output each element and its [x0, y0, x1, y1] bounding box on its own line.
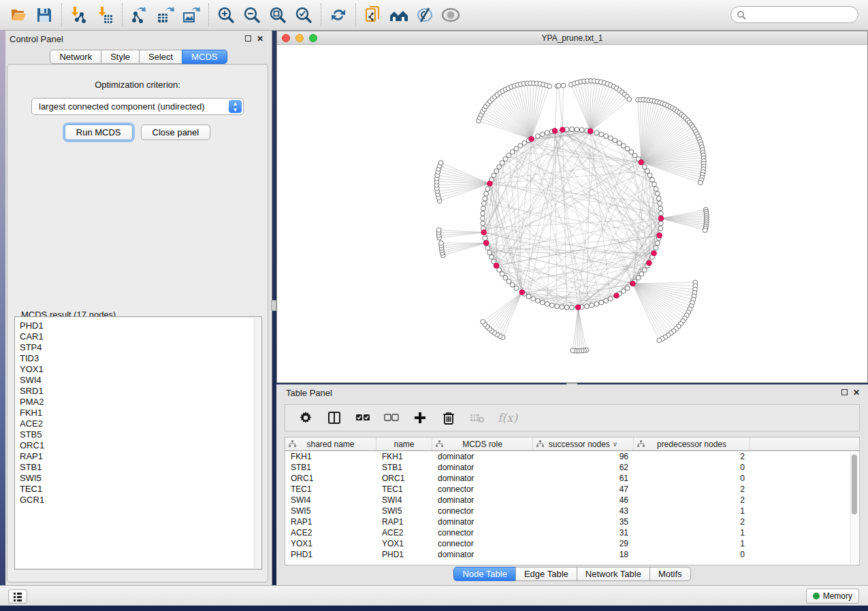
hide-graphics-icon[interactable] — [412, 2, 438, 28]
table-row[interactable]: PHD1PHD1dominator180 — [285, 549, 859, 560]
zoom-out-icon[interactable] — [239, 2, 265, 28]
search-box[interactable] — [730, 6, 858, 23]
import-network-icon[interactable] — [66, 2, 92, 28]
network-hub-node[interactable] — [481, 230, 487, 235]
network-node[interactable] — [613, 138, 617, 143]
select-all-icon[interactable] — [355, 410, 371, 426]
table-row[interactable]: RAP1RAP1dominator352 — [285, 516, 859, 527]
table-scrollbar-thumb[interactable] — [852, 455, 857, 514]
export-table-icon[interactable] — [152, 2, 178, 28]
mcds-result-item[interactable]: TID3 — [20, 353, 253, 364]
network-node[interactable] — [497, 267, 502, 272]
open-file-icon[interactable] — [5, 2, 31, 28]
zoom-in-icon[interactable] — [213, 2, 239, 28]
float-panel-icon[interactable] — [242, 34, 254, 44]
network-node[interactable] — [507, 279, 511, 284]
network-node[interactable] — [503, 276, 508, 280]
export-network-icon[interactable] — [127, 2, 152, 28]
network-node[interactable] — [481, 216, 485, 221]
column-header-MCDS-role[interactable]: MCDS role — [432, 437, 533, 450]
network-node[interactable] — [555, 304, 560, 309]
network-node[interactable] — [485, 186, 490, 191]
network-node[interactable] — [540, 300, 545, 305]
import-table-icon[interactable] — [92, 2, 118, 28]
column-header-successor-nodes[interactable]: successor nodes∨ — [533, 437, 634, 450]
network-node[interactable] — [510, 282, 515, 287]
network-node[interactable] — [500, 161, 504, 165]
mcds-result-item[interactable]: ACE2 — [20, 418, 253, 429]
tab-node-table[interactable]: Node Table — [453, 567, 516, 581]
network-node[interactable] — [514, 146, 519, 151]
network-node[interactable] — [481, 221, 485, 226]
network-node[interactable] — [658, 221, 663, 226]
network-node[interactable] — [564, 305, 569, 310]
network-node[interactable] — [575, 127, 579, 132]
mcds-result-item[interactable]: YOX1 — [20, 364, 253, 375]
network-node[interactable] — [625, 286, 630, 291]
deselect-all-icon[interactable] — [383, 410, 400, 426]
network-node[interactable] — [484, 191, 489, 196]
mcds-result-item[interactable]: PMA2 — [20, 397, 253, 408]
mcds-result-item[interactable]: GCR1 — [20, 495, 253, 506]
mcds-result-item[interactable]: SRD1 — [20, 386, 253, 397]
table-row[interactable]: SWI5SWI5connector431 — [285, 506, 859, 516]
network-node[interactable] — [579, 127, 584, 132]
network-node[interactable] — [625, 146, 630, 151]
network-node[interactable] — [531, 297, 536, 301]
network-hub-node[interactable] — [487, 181, 493, 186]
network-hub-node[interactable] — [560, 127, 566, 133]
maximize-window-icon[interactable] — [309, 34, 317, 42]
table-row[interactable]: YOX1YOX1connector291 — [285, 538, 859, 549]
network-node[interactable] — [518, 144, 523, 148]
network-snapshot-icon[interactable] — [360, 2, 386, 28]
network-hub-node[interactable] — [483, 240, 489, 246]
network-node[interactable] — [483, 236, 487, 241]
network-hub-node[interactable] — [639, 160, 644, 165]
search-input[interactable] — [746, 10, 848, 20]
mcds-result-item[interactable]: RAP1 — [20, 451, 253, 462]
network-node[interactable] — [439, 241, 444, 246]
network-node[interactable] — [585, 304, 590, 309]
network-node[interactable] — [621, 288, 626, 293]
network-node[interactable] — [535, 134, 540, 139]
zoom-selected-icon[interactable] — [291, 2, 317, 28]
network-node[interactable] — [485, 246, 490, 250]
network-node[interactable] — [594, 301, 599, 306]
close-panel-button[interactable]: Close panel — [141, 125, 211, 140]
network-node[interactable] — [492, 173, 496, 178]
network-node[interactable] — [590, 303, 594, 308]
network-node[interactable] — [514, 286, 519, 291]
network-node[interactable] — [608, 297, 613, 301]
close-window-icon[interactable] — [282, 34, 290, 42]
optimization-criterion-dropdown[interactable]: largest connected component (undirected)… — [31, 98, 244, 115]
network-hub-node[interactable] — [658, 216, 664, 221]
mcds-result-item[interactable]: PHD1 — [20, 320, 253, 331]
mcds-result-item[interactable]: FKH1 — [20, 408, 253, 418]
network-node[interactable] — [570, 348, 575, 353]
table-row[interactable]: FKH1FKH1dominator962 — [285, 451, 859, 462]
network-node[interactable] — [594, 131, 599, 135]
network-node[interactable] — [604, 299, 609, 303]
network-node[interactable] — [647, 173, 652, 178]
network-node[interactable] — [645, 169, 650, 174]
mcds-result-item[interactable]: CAR1 — [20, 331, 253, 342]
network-node[interactable] — [560, 305, 564, 310]
network-node[interactable] — [639, 271, 644, 276]
network-hub-node[interactable] — [652, 250, 657, 256]
minimize-window-icon[interactable] — [295, 34, 304, 42]
network-node[interactable] — [535, 299, 540, 303]
network-node[interactable] — [599, 300, 604, 305]
mcds-result-item[interactable]: TEC1 — [20, 484, 253, 495]
float-panel-icon[interactable] — [838, 388, 850, 397]
split-pane-grip[interactable] — [271, 300, 276, 311]
network-node[interactable] — [608, 136, 613, 141]
network-node[interactable] — [545, 131, 549, 135]
network-node[interactable] — [654, 186, 658, 191]
table-row[interactable]: STB1STB1dominator620 — [285, 462, 859, 473]
network-node[interactable] — [510, 150, 515, 154]
network-node[interactable] — [507, 153, 511, 158]
export-image-icon[interactable] — [178, 2, 204, 28]
network-node[interactable] — [617, 141, 622, 146]
mcds-result-item[interactable]: STP4 — [20, 342, 253, 353]
mcds-result-item[interactable]: SWI5 — [20, 473, 253, 484]
